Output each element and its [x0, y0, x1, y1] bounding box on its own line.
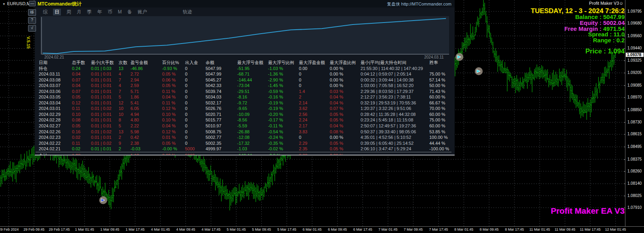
cell-date: 合计	[39, 153, 72, 155]
cell-profit: 0.42	[130, 134, 162, 140]
price-axis-tick	[624, 134, 625, 134]
table-row[interactable]: 2024.02.280.080.01 | 0.0184.800.10 %0501…	[39, 117, 454, 123]
time-axis-label: 29 Feb 17:45	[49, 227, 70, 231]
cell-win: 66.67 %	[429, 100, 454, 106]
cell-hold: 2:29:36 | 8:03:50 | 17:29:37	[361, 89, 429, 95]
table-row[interactable]: 2024.03.110.040.01 | 0.0142.720.05 %0504…	[39, 71, 454, 77]
table-row[interactable]: 2024.03.010.110.01 | 0.02106.050.12 %050…	[39, 106, 454, 112]
cell-balance: 5026.76	[206, 106, 237, 112]
panel-menu: 综日周月季年币M备账户轨迹	[35, 8, 455, 16]
cell-profit: 4.94	[130, 112, 162, 117]
cell-maxdd_pct: -0.20 %	[268, 112, 299, 117]
cell-maxdd: -8.16	[237, 94, 268, 100]
account-info-block: Balance : 5047.99Equity : 5002.04Free Ma…	[564, 14, 625, 55]
table-row[interactable]: 2024.02.230.020.01 | 0.0120.420.01 %0500…	[39, 134, 454, 140]
cell-balance: 5034.03	[206, 94, 237, 100]
ea-watermark: Profit Maker EA V3	[551, 206, 625, 216]
menu-item[interactable]: 年	[97, 9, 102, 15]
time-axis-label: 11 Mar 01:45	[529, 227, 550, 231]
info-value: 1.094	[608, 47, 625, 55]
time-axis-label: 4 Mar 01:45	[151, 227, 170, 231]
cell-lots: 0.04	[72, 71, 91, 77]
menu-item[interactable]: 轨迹	[183, 9, 192, 15]
menu-item[interactable]: M	[118, 9, 122, 15]
table-row[interactable]: 2024.03.070.040.01 | 0.0142.590.05 %0504…	[39, 83, 454, 89]
table-row[interactable]: 2024.03.060.070.01 | 0.0175.710.11 %0503…	[39, 89, 454, 95]
cell-hold: 0:50:37 | 39:33:40 | 98:05:06	[361, 129, 429, 135]
cell-pct: 0.11 %	[162, 100, 185, 106]
table-row[interactable]: 2024.03.050.050.01 | 0.0151.860.04 %0503…	[39, 94, 454, 100]
menu-item[interactable]: 季	[87, 9, 92, 15]
cell-balance: 5032.17	[206, 100, 237, 106]
cell-date: 2024.02.26	[39, 129, 72, 135]
price-axis-tick	[624, 73, 625, 73]
menu-item[interactable]: 月	[77, 9, 81, 15]
menu-item[interactable]: 币	[108, 9, 112, 15]
table-row[interactable]: 2024.03.080.070.01 | 0.0172.940.06 %0504…	[39, 77, 454, 83]
column-header: 总手数	[72, 60, 91, 66]
price-axis-tick	[624, 159, 625, 160]
menu-item[interactable]: 日	[53, 9, 61, 15]
panel-minimize-button[interactable]: —	[29, 1, 36, 6]
panel-titlebar[interactable]: MTCommander统计 复盘侠 http://MTCommander.com	[35, 0, 455, 8]
cell-balance: 5042.33	[206, 83, 237, 89]
panel-link[interactable]: 复盘侠 http://MTCommander.com	[387, 1, 451, 7]
menu-item[interactable]: 周	[66, 9, 71, 15]
cell-inout: 0	[185, 117, 206, 123]
menu-item[interactable]: 综	[43, 9, 47, 15]
table-total-separator	[36, 152, 451, 152]
table-row[interactable]: 持仓0.240.01 | 0.0313-46.86-0.93 %05047.99…	[39, 66, 454, 72]
cell-hold: 0:04:12 | 0:59:07 | 2:05:14	[361, 71, 429, 77]
cell-maxdd: -68.71	[237, 71, 268, 77]
cell-inout: 0	[185, 83, 206, 89]
column-header: 余额	[206, 60, 237, 66]
cell-hold: 1:03:00 | 7:05:58 | 16:52:20	[361, 83, 429, 89]
cell-maxfp: 0	[299, 77, 330, 83]
panel-help-button[interactable]: ?	[28, 17, 36, 24]
cell-lots: 0.16	[72, 129, 91, 135]
menu-item[interactable]: 账户	[138, 9, 147, 15]
chevron-down-icon[interactable]: ▼	[2, 2, 6, 6]
price-axis-label: 1.08260	[627, 169, 642, 173]
cell-maxdd_pct: -1.45 %	[268, 83, 299, 89]
time-axis-label: 7 Mar 17:45	[429, 227, 448, 231]
price-axis[interactable]: 1.097951.096801.095601.094401.093251.092…	[625, 0, 644, 227]
table-row[interactable]: 2024.03.040.120.01 | 0.01125.410.11 %050…	[39, 100, 454, 106]
cell-hold: 21:55:30 | 114:40:32 | 147:40:29	[361, 66, 429, 72]
cell-pct: 0.04 %	[162, 94, 185, 100]
cell-profit: -46.86	[130, 66, 162, 72]
table-row[interactable]: 2024.02.270.050.01 | 0.0152.220.04 %0501…	[39, 123, 454, 129]
cell-maxfp: 3.62	[299, 106, 330, 112]
menu-item[interactable]: 备	[127, 9, 132, 15]
table-row[interactable]: 2024.02.260.160.01 | 0.02135.980.12 %050…	[39, 129, 454, 135]
cell-maxdd_pct: -1.36 %	[268, 71, 299, 77]
cell-maxfp_pct: 0.04 %	[330, 123, 361, 129]
cell-win: 100.00 %	[429, 134, 454, 140]
cell-date: 2024.02.21	[39, 146, 72, 152]
table-row[interactable]: 2024.02.290.100.01 | 0.01104.940.10 %050…	[39, 112, 454, 117]
cell-count: 12	[119, 100, 130, 106]
panel-check-button[interactable]: √	[28, 25, 36, 32]
price-axis-label: 1.09680	[627, 21, 642, 25]
equity-start-date: 2024.02.21	[44, 55, 64, 59]
table-row[interactable]: 2024.02.210.020.01 | 0.012-0.03-0.00 %50…	[39, 146, 454, 152]
total-row[interactable]: 合计1.281.130.02 %5000-146.44-2.9 %3.830.0…	[39, 153, 454, 155]
cell-minmax	[91, 153, 119, 155]
price-axis-label: 1.08730	[627, 120, 642, 124]
cell-count: 13	[119, 66, 130, 72]
cell-date: 2024.03.08	[39, 77, 72, 83]
time-axis[interactable]: 29 Feb 202429 Feb 09:4529 Feb 17:451 Mar…	[0, 226, 644, 233]
cell-maxfp: 2.17	[299, 123, 330, 129]
cell-profit: 5.98	[130, 129, 162, 135]
cell-pct: 0.11 %	[162, 89, 185, 95]
table-row[interactable]: 2024.02.220.110.01 | 0.0292.380.05 %0500…	[39, 140, 454, 146]
cell-maxfp_pct: 0.00 %	[330, 71, 361, 77]
info-label: Range :	[593, 37, 616, 44]
cell-maxfp_pct: 0.05 %	[330, 140, 361, 146]
cell-lots: 0.02	[72, 146, 91, 152]
cell-date: 2024.03.07	[39, 83, 72, 89]
cell-maxdd: -8.56	[237, 117, 268, 123]
cell-date: 2024.03.05	[39, 94, 72, 100]
info-label: Price :	[585, 47, 608, 55]
panel-move-button[interactable]: 移	[28, 9, 36, 16]
